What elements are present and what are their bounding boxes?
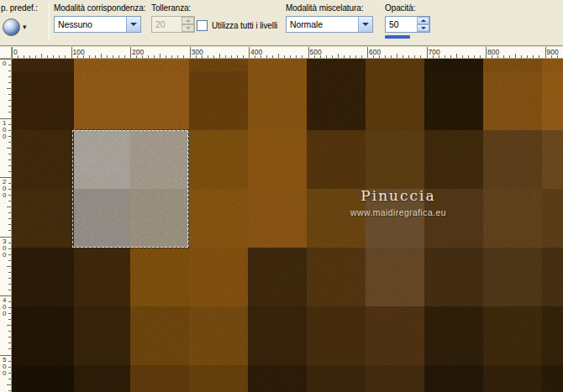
presets-label: p. predef.: — [1, 3, 38, 13]
ruler-tick — [213, 55, 214, 58]
ruler-tick — [154, 55, 155, 58]
ruler-tick — [8, 307, 11, 308]
match-mode-dropdown-button[interactable] — [126, 17, 140, 32]
ruler-tick — [8, 224, 11, 225]
image-canvas[interactable]: Pinuccia www.maidiregrafica.eu — [12, 59, 563, 392]
ruler-tick — [183, 55, 184, 58]
mosaic-cell — [307, 71, 366, 130]
ruler-tick — [296, 55, 297, 58]
ruler-tick — [8, 254, 11, 255]
ruler-tick — [515, 54, 516, 58]
mosaic-cell — [74, 306, 130, 365]
opacity-input[interactable]: 50 — [385, 16, 430, 33]
ruler-tick — [47, 55, 48, 58]
mosaic-cell — [189, 59, 248, 71]
ruler-tick — [8, 106, 11, 107]
ruler-tick — [8, 319, 11, 320]
mosaic-cell — [248, 365, 307, 392]
mosaic-cell — [189, 306, 248, 365]
ruler-tick — [29, 55, 30, 58]
ruler-tick — [290, 55, 291, 58]
ruler-tick — [130, 47, 131, 58]
ruler-tick — [8, 301, 11, 302]
ruler-tick — [35, 55, 36, 58]
blend-mode-select[interactable]: Normale — [286, 16, 373, 33]
blend-mode-dropdown-button[interactable] — [358, 17, 372, 32]
mosaic-cell — [248, 59, 307, 71]
tolerance-spinner — [182, 17, 194, 32]
ruler-tick — [8, 361, 11, 362]
mosaic-cell — [74, 71, 130, 130]
mosaic-cell — [542, 248, 563, 306]
mosaic-cell — [542, 189, 563, 248]
ruler-tick — [450, 55, 451, 58]
ruler-tick — [391, 55, 392, 58]
ruler-tick — [468, 55, 469, 58]
mosaic-cell — [12, 189, 74, 248]
mosaic-cell — [248, 189, 307, 248]
mosaic-cell — [366, 71, 424, 130]
ruler-tick — [8, 248, 11, 249]
ruler-tick — [509, 55, 510, 58]
spinner-up-icon[interactable] — [417, 17, 429, 24]
match-mode-select[interactable]: Nessuno — [54, 16, 141, 33]
mosaic-cell — [424, 365, 483, 392]
selection-marquee[interactable] — [71, 129, 189, 248]
opacity-spinner[interactable] — [417, 17, 429, 32]
ruler-tick — [8, 136, 11, 137]
mosaic-cell — [542, 365, 563, 392]
opacity-slider-indicator[interactable] — [385, 35, 410, 39]
ruler-tick — [361, 55, 362, 58]
ruler-tick — [7, 88, 11, 89]
ruler-tick — [8, 331, 11, 332]
ruler-label: 700 — [429, 48, 440, 56]
ruler-tick — [8, 183, 11, 184]
match-mode-value: Nessuno — [58, 19, 92, 29]
mosaic-cell — [189, 248, 248, 306]
ruler-tick — [118, 55, 119, 58]
mosaic-cell — [424, 71, 483, 130]
mosaic-cell — [74, 248, 130, 306]
ruler-label: 300 — [192, 48, 203, 56]
ruler-tick — [8, 65, 11, 65]
ruler-tick — [474, 55, 475, 58]
ruler-tick — [8, 218, 11, 219]
ruler-tick — [231, 55, 232, 58]
ruler-tick — [8, 159, 11, 160]
use-all-layers-checkbox[interactable]: Utilizza tutti i livelli — [197, 20, 277, 31]
ruler-tick — [101, 54, 102, 58]
ruler-tick — [24, 55, 24, 58]
chevron-down-icon: ▾ — [23, 23, 26, 31]
ruler-tick — [302, 55, 303, 58]
ruler-tick — [166, 55, 166, 58]
ruler-tick — [456, 54, 457, 58]
ruler-tick — [12, 47, 13, 58]
ruler-tick — [148, 55, 149, 58]
spinner-down-icon — [182, 24, 194, 32]
ruler-tick — [8, 189, 11, 190]
ruler-tick — [8, 154, 11, 154]
mosaic-cell — [307, 306, 366, 365]
ruler-tick — [486, 47, 487, 58]
ruler-label: 200 — [3, 179, 6, 199]
checkbox-box[interactable] — [197, 20, 208, 31]
checkbox-label: Utilizza tutti i livelli — [212, 21, 277, 30]
chevron-down-icon — [362, 23, 369, 26]
mosaic-cell — [307, 130, 366, 189]
ruler-tick — [53, 55, 54, 58]
ruler-tick — [326, 55, 327, 58]
opacity-label: Opacità: — [385, 3, 415, 13]
mosaic-cell — [366, 365, 424, 392]
mosaic-cell — [424, 306, 483, 365]
mosaic-cell — [483, 365, 542, 392]
presets-dropdown-button[interactable]: ▾ — [3, 16, 36, 38]
mosaic-cell — [12, 365, 74, 392]
ruler-tick — [219, 54, 220, 58]
mosaic-cell — [130, 59, 189, 71]
ruler-tick — [266, 55, 267, 58]
ruler-tick — [7, 206, 11, 207]
spinner-down-icon[interactable] — [417, 24, 429, 32]
ruler-label: 400 — [250, 48, 262, 56]
ruler-tick — [414, 55, 415, 58]
tolerance-value: 20 — [155, 19, 165, 29]
